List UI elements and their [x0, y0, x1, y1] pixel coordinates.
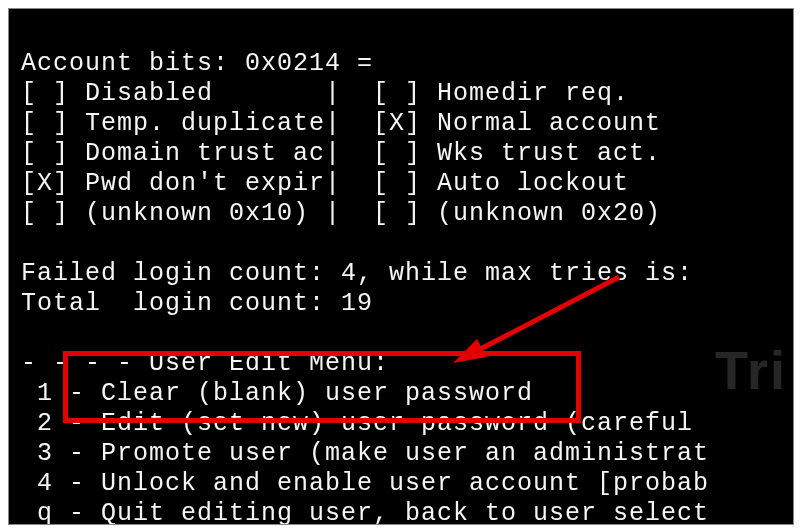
failed-login-count: Failed login count: 4, while max tries i… — [21, 259, 693, 288]
menu-option-4-unlock-account[interactable]: 4 - Unlock and enable user account [prob… — [21, 469, 709, 498]
bit-temp-duplicate: [ ] Temp. duplicate — [21, 109, 325, 138]
bit-auto-lockout: [ ] Auto lockout — [357, 169, 629, 198]
bit-pwd-no-expire: [X] Pwd don't expir — [21, 169, 325, 198]
terminal-output: Account bits: 0x0214 = [ ] Disabled | [ … — [21, 19, 793, 525]
bit-disabled: [ ] Disabled — [21, 79, 325, 108]
menu-option-2-edit-password[interactable]: 2 - Edit (set new) user password (carefu… — [21, 409, 709, 438]
bit-wks-trust: [ ] Wks trust act. — [357, 139, 661, 168]
bit-unknown-0x20: [ ] (unknown 0x20) — [357, 199, 661, 228]
bit-unknown-0x10: [ ] (unknown 0x10) — [21, 199, 325, 228]
bit-homedir: [ ] Homedir req. — [357, 79, 629, 108]
terminal-window: Account bits: 0x0214 = [ ] Disabled | [ … — [8, 8, 794, 525]
menu-option-3-promote-user[interactable]: 3 - Promote user (make user an administr… — [21, 439, 709, 468]
menu-option-q-quit[interactable]: q - Quit editing user, back to user sele… — [21, 499, 709, 525]
bit-domain-trust: [ ] Domain trust ac — [21, 139, 325, 168]
account-bits-header: Account bits: 0x0214 = — [21, 49, 373, 78]
bit-normal-account: [X] Normal account — [357, 109, 661, 138]
menu-option-1-clear-password[interactable]: 1 - Clear (blank) user password — [21, 379, 533, 408]
user-edit-menu-header: - - - - User Edit Menu: — [21, 349, 389, 378]
total-login-count: Total login count: 19 — [21, 289, 373, 318]
